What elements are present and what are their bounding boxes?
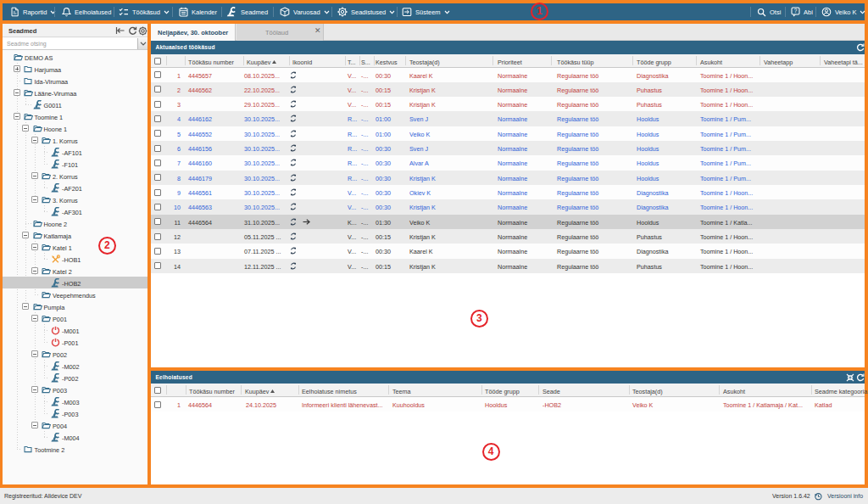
svg-text:?: ? — [794, 8, 798, 14]
